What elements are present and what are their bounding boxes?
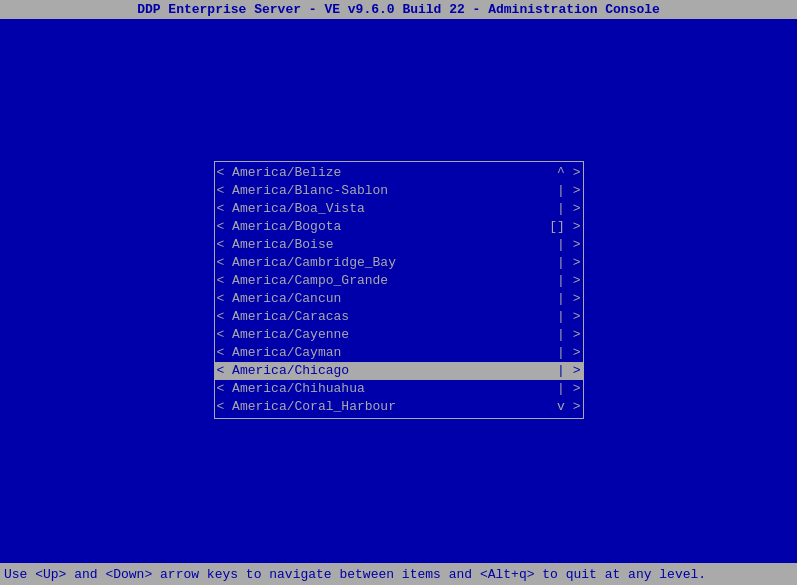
list-item-left-marker: < — [217, 201, 233, 216]
list-item-right-marker: ^ > — [551, 165, 581, 180]
list-item-text: America/Chihuahua — [232, 381, 550, 396]
list-item-text: America/Belize — [232, 165, 550, 180]
list-item-text: America/Boa_Vista — [232, 201, 550, 216]
list-item-right-marker: | > — [551, 273, 581, 288]
list-item-right-marker: | > — [551, 345, 581, 360]
list-item-text: America/Cayman — [232, 345, 550, 360]
list-item[interactable]: < America/Coral_Harbourv > — [215, 398, 583, 416]
list-item[interactable]: < America/Blanc-Sablon| > — [215, 182, 583, 200]
list-item-left-marker: < — [217, 165, 233, 180]
list-item-text: America/Coral_Harbour — [232, 399, 550, 414]
list-item-left-marker: < — [217, 381, 233, 396]
list-item-left-marker: < — [217, 237, 233, 252]
list-item-text: America/Cancun — [232, 291, 550, 306]
list-item[interactable]: < America/Boise| > — [215, 236, 583, 254]
list-item-left-marker: < — [217, 345, 233, 360]
list-item-right-marker: | > — [551, 255, 581, 270]
list-item-right-marker: | > — [551, 327, 581, 342]
list-item-left-marker: < — [217, 255, 233, 270]
status-text: Use <Up> and <Down> arrow keys to naviga… — [4, 567, 706, 582]
list-item-text: America/Campo_Grande — [232, 273, 550, 288]
list-item-left-marker: < — [217, 327, 233, 342]
title-bar: DDP Enterprise Server - VE v9.6.0 Build … — [0, 0, 797, 19]
list-item-text: America/Boise — [232, 237, 550, 252]
list-item[interactable]: < America/Cambridge_Bay| > — [215, 254, 583, 272]
list-item[interactable]: < America/Cayenne| > — [215, 326, 583, 344]
list-item-text: America/Blanc-Sablon — [232, 183, 550, 198]
list-item[interactable]: < America/Cancun| > — [215, 290, 583, 308]
list-item[interactable]: < America/Bogota[] > — [215, 218, 583, 236]
list-item-right-marker: | > — [551, 291, 581, 306]
list-item-right-marker: v > — [551, 399, 581, 414]
list-box[interactable]: < America/Belize^ >< America/Blanc-Sablo… — [214, 161, 584, 419]
list-item-left-marker: < — [217, 363, 233, 378]
list-item-text: America/Cambridge_Bay — [232, 255, 550, 270]
list-item-right-marker: | > — [551, 363, 581, 378]
list-item-left-marker: < — [217, 273, 233, 288]
list-item-right-marker: | > — [551, 183, 581, 198]
status-bar: Use <Up> and <Down> arrow keys to naviga… — [0, 563, 797, 585]
main-area: < America/Belize^ >< America/Blanc-Sablo… — [0, 19, 797, 560]
list-item[interactable]: < America/Caracas| > — [215, 308, 583, 326]
list-item-right-marker: | > — [551, 309, 581, 324]
list-item-text: America/Cayenne — [232, 327, 550, 342]
list-item-text: America/Bogota — [232, 219, 549, 234]
list-item-left-marker: < — [217, 183, 233, 198]
list-item[interactable]: < America/Belize^ > — [215, 164, 583, 182]
list-item-left-marker: < — [217, 399, 233, 414]
title-text: DDP Enterprise Server - VE v9.6.0 Build … — [137, 2, 660, 17]
list-item[interactable]: < America/Cayman| > — [215, 344, 583, 362]
list-item[interactable]: < America/Chihuahua| > — [215, 380, 583, 398]
list-item-right-marker: [] > — [549, 219, 580, 234]
list-item-text: America/Chicago — [232, 363, 550, 378]
list-item-left-marker: < — [217, 309, 233, 324]
list-item-text: America/Caracas — [232, 309, 550, 324]
list-item-left-marker: < — [217, 291, 233, 306]
list-item-right-marker: | > — [551, 201, 581, 216]
list-item[interactable]: < America/Chicago| > — [215, 362, 583, 380]
list-item-left-marker: < — [217, 219, 233, 234]
list-item-right-marker: | > — [551, 381, 581, 396]
list-item[interactable]: < America/Campo_Grande| > — [215, 272, 583, 290]
list-item-right-marker: | > — [551, 237, 581, 252]
list-item[interactable]: < America/Boa_Vista| > — [215, 200, 583, 218]
